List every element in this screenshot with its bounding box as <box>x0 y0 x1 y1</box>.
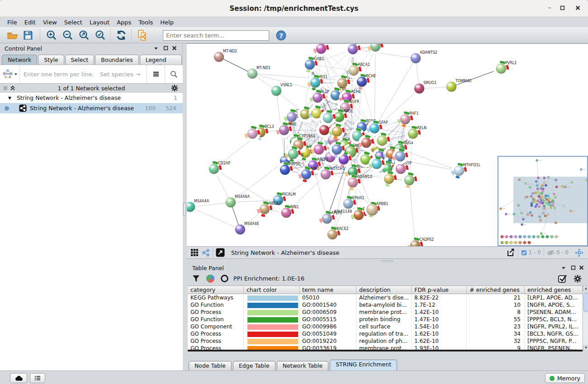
node-APBB1[interactable]: APBB1 <box>365 202 388 217</box>
column-header-description[interactable]: description <box>356 286 412 294</box>
node[interactable] <box>369 156 384 172</box>
column-header-FDR-p-value[interactable]: FDR p-value <box>412 286 467 294</box>
share-view-icon[interactable] <box>202 249 210 257</box>
node[interactable] <box>329 124 345 139</box>
grid-view-icon[interactable] <box>190 248 199 257</box>
node-MTHFD1L[interactable]: MTHFD1L <box>451 163 481 178</box>
node-PHF1[interactable]: PHF1 <box>398 112 419 127</box>
detach-view-icon[interactable] <box>216 248 225 257</box>
node[interactable] <box>245 126 260 141</box>
horizontal-divider[interactable] <box>187 259 588 263</box>
tab-select[interactable]: Select <box>65 55 95 65</box>
tab-node-table[interactable]: Node Table <box>189 361 232 370</box>
tab-network[interactable]: Network <box>2 55 37 65</box>
node-GAB2[interactable]: GAB2 <box>302 57 324 72</box>
string-search-icon[interactable] <box>165 65 183 83</box>
node-PPP5C[interactable]: PPP5C <box>277 162 301 178</box>
tab-string-enrichment[interactable]: STRING Enrichment <box>330 360 397 370</box>
column-header-category[interactable]: category <box>188 286 244 294</box>
scroll-up-button[interactable]: ▲ <box>583 286 588 291</box>
node[interactable] <box>393 149 408 164</box>
filter-icon[interactable] <box>192 275 200 282</box>
node-MS4A4E[interactable]: MS4A4E <box>235 222 259 234</box>
save-session-button[interactable] <box>21 28 35 42</box>
export-network-icon[interactable] <box>506 248 515 257</box>
menu-apps[interactable]: Apps <box>113 18 135 27</box>
zoom-out-button[interactable] <box>61 28 75 42</box>
network-options-gear-icon[interactable] <box>171 84 178 92</box>
menu-file[interactable]: File <box>4 18 21 27</box>
node[interactable] <box>359 135 374 150</box>
column-header-term-name[interactable]: term name <box>299 286 356 294</box>
table-panel-close-icon[interactable] <box>579 265 584 270</box>
table-row[interactable]: KEGG Pathways05010Alzheimer's dise...8.8… <box>188 294 583 301</box>
birds-eye-view[interactable] <box>498 156 588 246</box>
table-row[interactable]: GO ComponentGO:0009986cell surface1.54E-… <box>188 323 583 330</box>
column-header-chart-color[interactable]: chart color <box>244 286 299 294</box>
table-panel-caret-icon[interactable] <box>561 266 566 270</box>
node-MT-ND1[interactable]: MT-ND1 <box>247 66 270 79</box>
panel-close-icon[interactable] <box>172 46 177 51</box>
node-SMUG1[interactable]: SMUG1 <box>414 81 436 94</box>
node-BIN1[interactable]: BIN1 <box>279 205 299 220</box>
node-BCHE[interactable]: BCHE <box>354 74 376 89</box>
cloud-button[interactable] <box>10 373 27 383</box>
menu-tools[interactable]: Tools <box>135 18 156 27</box>
table-row[interactable]: GO ProcessGO:0051049regulation of tra...… <box>188 330 583 337</box>
tab-network-table[interactable]: Network Table <box>277 361 329 370</box>
node-VSNL1[interactable]: VSNL1 <box>271 83 292 96</box>
column-header-enriched-genes[interactable]: enriched genes <box>525 286 583 294</box>
menu-help[interactable]: Help <box>156 18 177 27</box>
copy-network-button[interactable] <box>135 28 149 42</box>
node[interactable] <box>313 44 329 56</box>
zoom-in-button[interactable] <box>44 28 59 42</box>
node[interactable] <box>375 133 390 148</box>
scroll-thumb[interactable] <box>583 292 588 312</box>
table-vscrollbar[interactable]: ▲ ▼ <box>583 286 588 351</box>
zoom-fit-button[interactable] <box>77 28 91 42</box>
table-row[interactable]: GO FunctionGO:0001540beta-amyloid bi...1… <box>188 301 583 309</box>
tree-expander-icon[interactable]: ▼ <box>8 96 11 100</box>
tab-style[interactable]: Style <box>38 55 64 65</box>
menu-layout[interactable]: Layout <box>86 18 113 27</box>
enrichment-table[interactable]: categorychart colorterm namedescriptionF… <box>188 286 583 351</box>
node[interactable] <box>329 142 345 157</box>
menu-select[interactable]: Select <box>61 18 86 27</box>
memory-button[interactable]: Memory <box>545 373 585 383</box>
help-button[interactable] <box>276 30 286 41</box>
table-row[interactable]: GO FunctionGO:0005515protein binding1.47… <box>188 316 583 323</box>
horizontal-divider-grip[interactable] <box>381 260 393 262</box>
string-species-selector[interactable]: Set species → <box>100 71 147 78</box>
pie-chart-icon[interactable] <box>206 274 215 283</box>
enrichment-settings-gear-icon[interactable] <box>574 275 582 283</box>
panel-divider[interactable] <box>183 43 187 370</box>
panel-menu-caret-icon[interactable] <box>154 46 158 51</box>
node-PVRL2[interactable]: PVRL2 <box>493 61 517 76</box>
close-button[interactable] <box>575 4 586 14</box>
string-logo-dropdown[interactable] <box>0 65 20 83</box>
select-terms-checkbox-icon[interactable] <box>558 274 567 283</box>
panel-float-icon[interactable] <box>163 46 168 51</box>
node[interactable] <box>402 173 417 188</box>
node[interactable] <box>285 146 301 162</box>
divider-grip[interactable] <box>183 202 186 216</box>
node-TOMM40[interactable]: TOMM40 <box>446 79 471 92</box>
tab-edge-table[interactable]: Edge Table <box>233 361 275 370</box>
node[interactable] <box>381 171 397 187</box>
node-ADAMTS2[interactable]: ADAMTS2 <box>411 51 437 63</box>
node-MS4A4A[interactable]: MS4A4A <box>187 199 209 212</box>
node-ABCA7[interactable]: ABCA7 <box>257 201 281 217</box>
node-MS4A6A[interactable]: MS4A6A <box>226 195 250 207</box>
node-RELN[interactable]: RELN <box>405 126 427 141</box>
menu-view[interactable]: View <box>39 18 61 27</box>
node-BACE2[interactable]: BACE2 <box>325 227 349 242</box>
node-CD2AP[interactable]: CD2AP <box>206 161 230 177</box>
node[interactable] <box>345 44 360 57</box>
minimize-button[interactable]: – <box>544 4 555 14</box>
node[interactable] <box>320 110 336 126</box>
tab-boundaries[interactable]: Boundaries <box>95 55 138 65</box>
network-collection-row[interactable]: ▼ String Network - Alzheimer's disease 1 <box>0 93 183 103</box>
tab-legend-panel[interactable]: Legend Panel <box>140 55 182 65</box>
table-row[interactable]: GO ProcessGO:0006509membrane prot...1.42… <box>188 309 583 316</box>
scroll-down-button[interactable]: ▼ <box>583 345 588 351</box>
